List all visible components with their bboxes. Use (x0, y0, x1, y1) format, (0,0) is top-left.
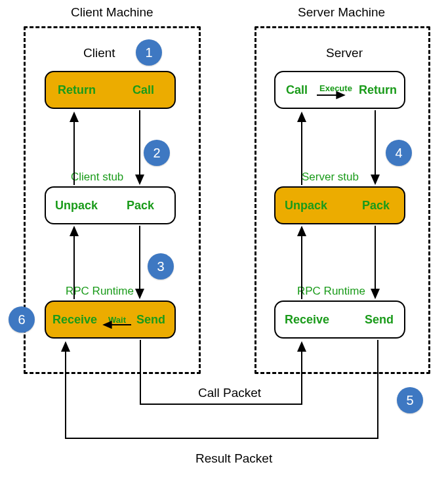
server-machine-title: Server Machine (298, 5, 385, 20)
client-runtime-box: Receive Wait Send (45, 301, 176, 339)
step-1-badge: 1 (136, 39, 162, 66)
step-2-badge: 2 (144, 140, 170, 166)
server-pack-label: Pack (362, 199, 390, 213)
server-receive-label: Receive (285, 313, 329, 327)
step-3-badge: 3 (148, 253, 174, 280)
client-send-label: Send (136, 313, 165, 327)
server-unpack-label: Unpack (285, 199, 327, 213)
server-stub-label: Server stub (302, 171, 359, 184)
client-wait-label: Wait (108, 315, 126, 325)
server-execute-label: Execute (319, 83, 352, 93)
server-stub-box: Unpack Pack (274, 186, 405, 224)
client-unpack-label: Unpack (55, 199, 98, 213)
client-stub-box: Unpack Pack (45, 186, 176, 224)
step-6-badge: 6 (9, 306, 35, 333)
step-5-badge: 5 (397, 387, 423, 413)
client-receive-label: Receive (52, 313, 97, 327)
client-pack-label: Pack (127, 199, 154, 213)
client-return-label: Return (58, 83, 96, 97)
server-runtime-box: Receive Send (274, 301, 405, 339)
client-call-label: Call (132, 83, 154, 97)
server-send-label: Send (365, 313, 394, 327)
client-title: Client (83, 46, 115, 60)
server-box: Call Execute Return (274, 71, 405, 109)
server-title: Server (326, 46, 363, 60)
client-box: Return Call (45, 71, 176, 109)
step-4-badge: 4 (386, 140, 412, 166)
call-packet-label: Call Packet (198, 386, 261, 400)
rpc-runtime-left-label: RPC Runtime (66, 285, 134, 298)
client-stub-label: Client stub (71, 171, 123, 184)
server-return-label: Return (359, 83, 397, 97)
server-call-label: Call (286, 83, 308, 97)
client-machine-title: Client Machine (71, 5, 153, 20)
result-packet-label: Result Packet (195, 451, 272, 466)
rpc-runtime-right-label: RPC Runtime (297, 285, 365, 298)
